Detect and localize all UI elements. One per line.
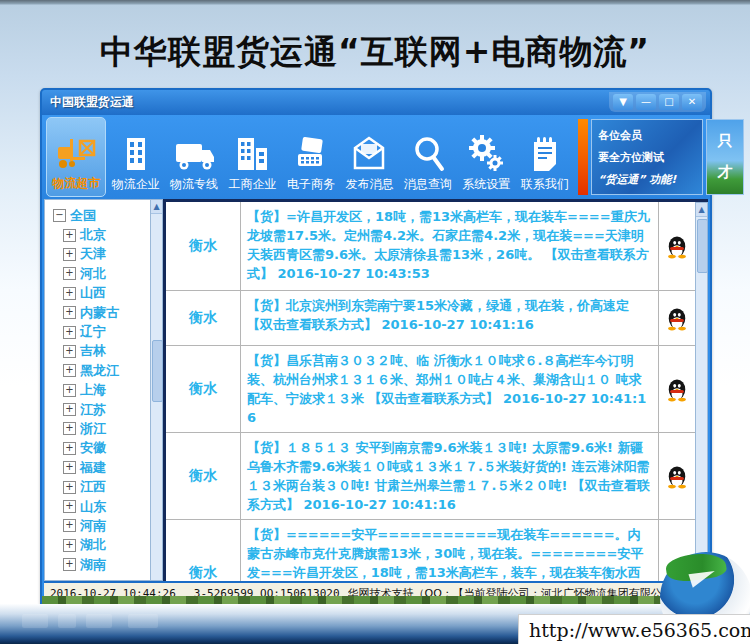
tree-item[interactable]: +吉林	[51, 342, 150, 361]
magnifier-icon	[410, 132, 446, 174]
close-icon[interactable]: ✕	[682, 94, 702, 110]
tree-label: 河北	[80, 265, 106, 283]
tree-label: 内蒙古	[80, 304, 119, 322]
toolbar-logistics-line[interactable]: 物流专线	[165, 117, 223, 197]
tree-item[interactable]: +辽宁	[51, 322, 150, 341]
freight-table: 衡水 【货】=许昌开发区，18吨，需13米高栏车，现在装车====重庆九龙坡需1…	[163, 199, 708, 581]
toolbar-label: 工商企业	[229, 178, 277, 191]
region-tree: − 全国 +北京 +天津 +河北 +山西 +内蒙古 +辽宁 +吉林 +黑龙江 +…	[44, 199, 150, 581]
globe-logo	[656, 552, 750, 622]
faint-shape	[128, 614, 158, 628]
qq-cell[interactable]	[658, 202, 695, 290]
plus-icon[interactable]: +	[63, 481, 76, 494]
toolbar-system-settings[interactable]: 系统设置	[457, 117, 515, 197]
tree-item[interactable]: +山东	[51, 497, 150, 516]
maximize-icon[interactable]: □	[659, 94, 679, 110]
tree-item[interactable]: +湖南	[51, 555, 150, 574]
tree-label: 湖南	[80, 556, 106, 574]
qq-icon[interactable]	[666, 464, 688, 489]
tree-item[interactable]: +福建	[51, 458, 150, 477]
qq-icon[interactable]	[666, 306, 688, 331]
toolbar-business-company[interactable]: 工商企业	[223, 117, 281, 197]
toolbar-message-query[interactable]: 消息查询	[399, 117, 457, 197]
rollup-icon[interactable]: ▼	[613, 94, 633, 110]
plus-icon[interactable]: +	[63, 442, 76, 455]
qq-icon[interactable]	[666, 377, 688, 402]
scrollbar-thumb[interactable]	[697, 219, 708, 273]
faint-shape	[58, 614, 76, 628]
tree-label: 福建	[80, 459, 106, 477]
tree-item[interactable]: +河北	[51, 264, 150, 283]
tree-label: 河南	[80, 517, 106, 535]
tree-label: 湖北	[80, 536, 106, 554]
plus-icon[interactable]: +	[63, 422, 76, 435]
plus-icon[interactable]: +	[63, 558, 76, 571]
tree-item[interactable]: +河南	[51, 516, 150, 535]
qq-cell[interactable]	[658, 291, 695, 345]
tree-item[interactable]: +江苏	[51, 400, 150, 419]
tree-item[interactable]: +浙江	[51, 419, 150, 438]
tree-label: 山西	[80, 284, 106, 302]
table-row[interactable]: 衡水 【货】=许昌开发区，18吨，需13米高栏车，现在装车====重庆九龙坡需1…	[166, 202, 695, 291]
plus-icon[interactable]: +	[63, 461, 76, 474]
table-row[interactable]: 衡水 【货】１８５１３ 安平到南京需9.6米装１３吨! 太原需9.6米! 新疆乌…	[166, 433, 695, 520]
tree-item[interactable]: +北京	[51, 225, 150, 244]
plus-icon[interactable]: +	[63, 519, 76, 532]
toolbar-label: 联系我们	[521, 178, 569, 191]
plus-icon[interactable]: +	[63, 345, 76, 358]
plus-icon[interactable]: +	[63, 326, 76, 339]
plus-icon[interactable]: +	[63, 539, 76, 552]
plus-icon[interactable]: +	[63, 403, 76, 416]
qq-cell[interactable]	[658, 346, 695, 432]
scrollbar-thumb[interactable]	[152, 340, 163, 402]
tree-item[interactable]: +安徽	[51, 439, 150, 458]
notepad-icon	[529, 132, 561, 174]
qq-cell[interactable]	[658, 433, 695, 519]
toolbar-logistics-company[interactable]: 物流企业	[106, 117, 164, 197]
tree-item[interactable]: +黑龙江	[51, 361, 150, 380]
toolbar-post-message[interactable]: 发布消息	[340, 117, 398, 197]
banner-line: “货运通” 功能!	[598, 172, 696, 187]
plus-icon[interactable]: +	[63, 248, 76, 261]
plus-icon[interactable]: +	[63, 267, 76, 280]
plus-icon[interactable]: +	[63, 384, 76, 397]
tree-item[interactable]: +湖北	[51, 536, 150, 555]
table-row[interactable]: 衡水 【货】昌乐莒南３０３２吨、临 沂衡水１０吨求６.８高栏车今订明装、杭州台州…	[166, 346, 695, 433]
window-controls: ▼ — □ ✕	[609, 92, 706, 112]
tree-item[interactable]: +内蒙古	[51, 303, 150, 322]
plus-icon[interactable]: +	[63, 500, 76, 513]
tree-label: 黑龙江	[80, 362, 119, 380]
tree-item[interactable]: +山西	[51, 284, 150, 303]
toolbar-logistics-market[interactable]: 物流超市	[46, 117, 106, 197]
tree-item[interactable]: +上海	[51, 381, 150, 400]
toolbar: 物流超市 物流企业	[42, 115, 710, 199]
tree-label: 江苏	[80, 401, 106, 419]
tree-item-root[interactable]: − 全国	[51, 206, 150, 225]
table-scrollbar[interactable]: ▲	[695, 202, 708, 581]
tree-label: 吉林	[80, 342, 106, 360]
minimize-icon[interactable]: —	[636, 94, 656, 110]
tree-item[interactable]: +江西	[51, 477, 150, 496]
plus-icon[interactable]: +	[63, 364, 76, 377]
tree-scrollbar[interactable]: ▲	[150, 199, 163, 581]
site-url: http://www.e56365.com	[518, 614, 750, 644]
table-row[interactable]: 衡水 【货】北京滨州到东莞南宁要15米冷藏，绿通，现在装，价高速定 【双击查看联…	[166, 291, 695, 346]
toolbar-ecommerce[interactable]: 电子商务	[282, 117, 340, 197]
tree-label: 山东	[80, 498, 106, 516]
qq-icon[interactable]	[666, 234, 688, 259]
minus-icon[interactable]: −	[53, 209, 66, 222]
scroll-up-icon[interactable]: ▲	[696, 203, 707, 217]
plus-icon[interactable]: +	[63, 229, 76, 242]
tree-label: 全国	[70, 207, 96, 225]
faint-shape	[86, 614, 112, 628]
scroll-up-icon[interactable]: ▲	[151, 200, 162, 214]
toolbar-label: 物流企业	[112, 178, 160, 191]
tree-label: 辽宁	[80, 323, 106, 341]
banner-side-char: 只	[718, 132, 733, 151]
tree-item[interactable]: +天津	[51, 245, 150, 264]
plus-icon[interactable]: +	[63, 306, 76, 319]
plus-icon[interactable]: +	[63, 287, 76, 300]
tree-label: 江西	[80, 478, 106, 496]
toolbar-contact-us[interactable]: 联系我们	[516, 117, 574, 197]
forklift-icon	[54, 131, 98, 173]
